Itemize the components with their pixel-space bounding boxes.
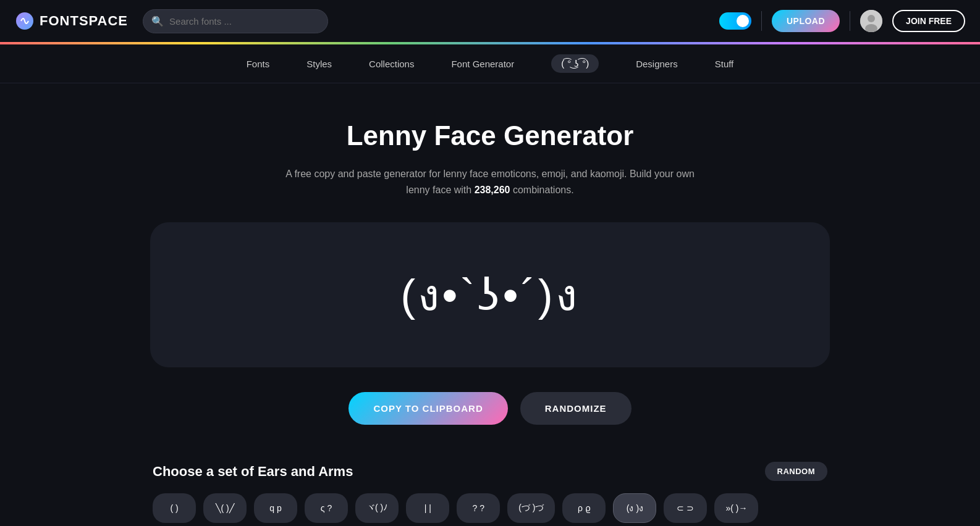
ear-option-6[interactable]: | | (406, 493, 449, 523)
copy-to-clipboard-button[interactable]: COPY TO CLIPBOARD (348, 392, 507, 425)
divider-2 (850, 11, 850, 31)
combinations-count: 238,260 (475, 185, 510, 195)
page-description: A free copy and paste generator for lenn… (274, 166, 706, 198)
main-nav: Fonts Styles Collections Font Generator … (0, 44, 980, 83)
ears-options-list: ( ) ╲( )╱ q p ς ? ヾ( )ﾉ | | ? ? (づ )づ ρ … (153, 493, 827, 526)
ear-option-5[interactable]: ヾ( )ﾉ (355, 493, 399, 523)
ear-option-7[interactable]: ? ? (457, 493, 500, 523)
nav-item-designers[interactable]: Designers (636, 59, 678, 69)
nav-item-fonts[interactable]: Fonts (247, 59, 270, 69)
randomize-button[interactable]: RANDOMIZE (520, 392, 632, 425)
ear-option-3[interactable]: q p (254, 493, 297, 523)
ear-option-11[interactable]: ⊂ ⊃ (664, 493, 707, 523)
search-icon: 🔍 (151, 15, 164, 27)
nav-item-stuff[interactable]: Stuff (715, 59, 734, 69)
avatar[interactable] (860, 10, 882, 32)
ear-option-8[interactable]: (づ )づ (507, 493, 555, 523)
theme-toggle[interactable] (719, 12, 751, 30)
logo-text: FONTSPACE (40, 13, 128, 29)
avatar-icon (860, 10, 882, 32)
ear-option-12[interactable]: »( )→ (714, 493, 758, 523)
ears-section-header: Choose a set of Ears and Arms RANDOM (153, 462, 827, 481)
nav-item-styles[interactable]: Styles (306, 59, 332, 69)
ears-random-button[interactable]: RANDOM (765, 462, 828, 481)
lenny-face: (ง•`ʖ•´)ง (400, 259, 579, 330)
search-bar[interactable]: 🔍 (143, 9, 328, 33)
ear-option-1[interactable]: ( ) (153, 493, 196, 523)
ear-option-2[interactable]: ╲( )╱ (203, 493, 247, 523)
header: FONTSPACE 🔍 UPLOAD JOIN FREE (0, 0, 980, 42)
main-content: Lenny Face Generator A free copy and pas… (0, 83, 980, 526)
ear-option-10[interactable]: (ง )ง (613, 493, 656, 523)
join-button[interactable]: JOIN FREE (892, 10, 965, 32)
ears-section-title: Choose a set of Ears and Arms (153, 464, 353, 480)
nav-item-collections[interactable]: Collections (369, 59, 414, 69)
logo-icon (15, 11, 35, 31)
description-text-2: combinations. (510, 185, 573, 195)
upload-button[interactable]: UPLOAD (772, 10, 840, 32)
search-input[interactable] (143, 9, 328, 33)
ear-option-4[interactable]: ς ? (305, 493, 348, 523)
face-display-area: (ง•`ʖ•´)ง (150, 222, 830, 367)
divider (761, 11, 762, 31)
header-right: UPLOAD JOIN FREE (719, 10, 965, 32)
ear-option-9[interactable]: ρ ϱ (562, 493, 606, 523)
action-buttons: COPY TO CLIPBOARD RANDOMIZE (348, 392, 631, 425)
logo-area[interactable]: FONTSPACE (15, 11, 128, 31)
ears-section: Choose a set of Ears and Arms RANDOM ( )… (138, 462, 842, 526)
svg-point-2 (868, 15, 875, 22)
nav-item-font-generator[interactable]: Font Generator (451, 59, 514, 69)
nav-item-lenny[interactable]: ( ͡° ͜ʖ ͡°) (551, 54, 599, 73)
page-title: Lenny Face Generator (347, 120, 634, 151)
